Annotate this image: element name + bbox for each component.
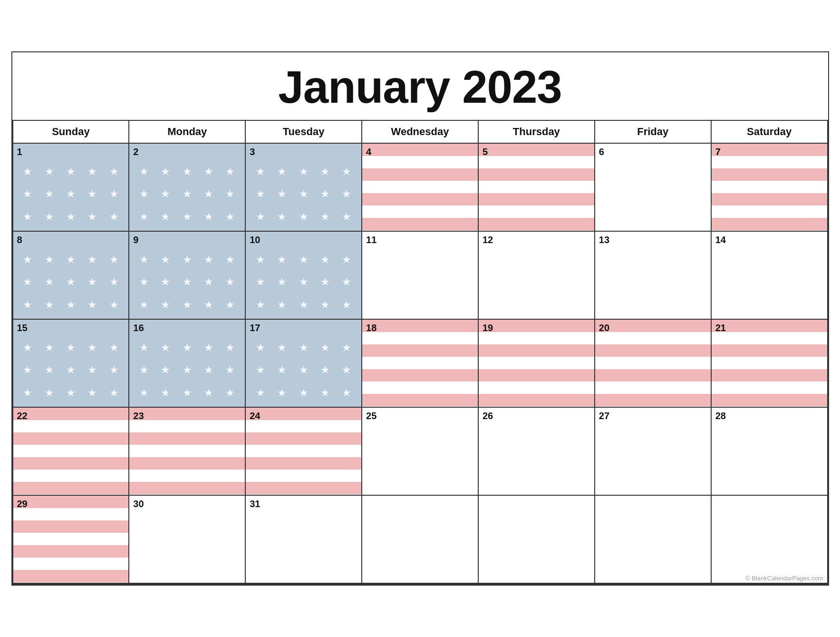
day-number: 14 — [715, 235, 726, 245]
day-number: 2 — [133, 147, 138, 157]
day-cell: 19 — [479, 320, 595, 408]
day-cell: 18 — [362, 320, 479, 408]
header-wednesday: Wednesday — [362, 121, 479, 144]
day-number: 24 — [250, 411, 260, 421]
day-cell: ★★★★★★★★★★★★★★★8 — [13, 232, 130, 320]
day-number: 17 — [250, 323, 260, 333]
header-monday: Monday — [129, 121, 246, 144]
day-cell: ★★★★★★★★★★★★★★★9 — [129, 232, 246, 320]
day-number: 9 — [133, 235, 138, 245]
day-number: 30 — [133, 499, 144, 510]
day-cell: 26 — [479, 408, 595, 496]
day-number: 22 — [17, 411, 28, 421]
header-friday: Friday — [595, 121, 712, 144]
day-cell: 28 — [712, 408, 828, 496]
day-cell — [712, 496, 828, 584]
day-cell: 23 — [129, 408, 246, 496]
day-number: 25 — [366, 411, 377, 421]
day-number: 8 — [17, 235, 22, 245]
calendar-container: January 2023 Sunday Monday Tuesday Wedne… — [11, 51, 829, 586]
day-number: 4 — [366, 147, 371, 157]
day-cell: 6 — [595, 144, 712, 232]
day-cell: 20 — [595, 320, 712, 408]
day-number: 5 — [483, 147, 488, 157]
calendar-grid: Sunday Monday Tuesday Wednesday Thursday… — [12, 121, 828, 144]
day-cell — [595, 496, 712, 584]
day-number: 10 — [250, 235, 260, 245]
day-cell: 31 — [246, 496, 362, 584]
watermark: © BlankCalendarPages.com — [745, 575, 823, 582]
day-cell: 29 — [13, 496, 130, 584]
day-number: 27 — [599, 411, 609, 421]
day-cell: ★★★★★★★★★★★★★★★15 — [13, 320, 130, 408]
day-number: 31 — [250, 499, 260, 510]
day-cell: 25 — [362, 408, 479, 496]
day-number: 28 — [715, 411, 726, 421]
day-number: 18 — [366, 323, 377, 333]
day-number: 11 — [366, 235, 377, 245]
day-number: 3 — [250, 147, 255, 157]
day-cell: 21 — [712, 320, 828, 408]
day-number: 15 — [17, 323, 28, 333]
day-cell: 13 — [595, 232, 712, 320]
day-number: 6 — [599, 147, 604, 157]
header-sunday: Sunday — [13, 121, 130, 144]
day-cell: 27 — [595, 408, 712, 496]
day-number: 19 — [483, 323, 493, 333]
day-number: 12 — [483, 235, 493, 245]
day-number: 20 — [599, 323, 609, 333]
calendar-body: ★★★★★★★★★★★★★★★1★★★★★★★★★★★★★★★2★★★★★★★★… — [12, 144, 828, 585]
day-cell: ★★★★★★★★★★★★★★★17 — [246, 320, 362, 408]
day-cell — [362, 496, 479, 584]
day-cell: 5 — [479, 144, 595, 232]
day-number: 13 — [599, 235, 609, 245]
day-cell: ★★★★★★★★★★★★★★★10 — [246, 232, 362, 320]
day-cell: 12 — [479, 232, 595, 320]
day-number: 1 — [17, 147, 22, 157]
day-number: 16 — [133, 323, 144, 333]
day-cell: 4 — [362, 144, 479, 232]
header-tuesday: Tuesday — [246, 121, 362, 144]
day-cell: 24 — [246, 408, 362, 496]
day-cell: ★★★★★★★★★★★★★★★1 — [13, 144, 130, 232]
day-number: 7 — [715, 147, 721, 157]
day-number: 26 — [483, 411, 493, 421]
day-cell — [479, 496, 595, 584]
day-cell: 22 — [13, 408, 130, 496]
header-saturday: Saturday — [712, 121, 828, 144]
day-cell: 7 — [712, 144, 828, 232]
day-cell: 14 — [712, 232, 828, 320]
day-number: 29 — [17, 499, 28, 510]
header-thursday: Thursday — [479, 121, 595, 144]
day-number: 23 — [133, 411, 144, 421]
day-cell: ★★★★★★★★★★★★★★★2 — [129, 144, 246, 232]
day-cell: 30 — [129, 496, 246, 584]
day-cell: 11 — [362, 232, 479, 320]
day-cell: ★★★★★★★★★★★★★★★3 — [246, 144, 362, 232]
calendar-title: January 2023 — [12, 52, 828, 121]
day-cell: ★★★★★★★★★★★★★★★16 — [129, 320, 246, 408]
day-number: 21 — [715, 323, 726, 333]
